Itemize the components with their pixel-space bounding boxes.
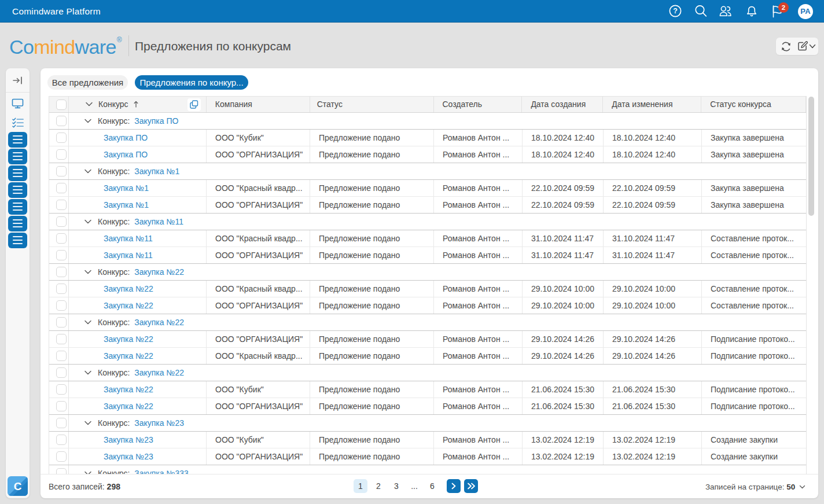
svg-text:C: C xyxy=(14,480,22,492)
svg-text:?: ? xyxy=(673,7,678,15)
